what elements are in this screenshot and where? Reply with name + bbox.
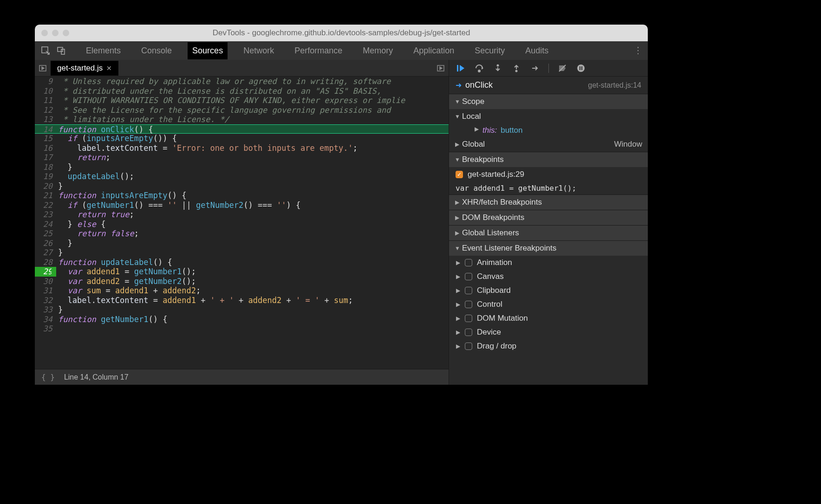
line-number[interactable]: 15 — [35, 134, 56, 143]
checkbox-checked-icon[interactable]: ✓ — [456, 171, 463, 178]
line-number[interactable]: 19 — [35, 172, 56, 181]
checkbox-empty-icon[interactable] — [465, 259, 472, 266]
event-category-item[interactable]: ▶Animation — [449, 256, 648, 270]
code-line[interactable]: 10 * distributed under the License is di… — [35, 86, 449, 96]
dom-breakpoints-header[interactable]: ▶DOM Breakpoints — [449, 210, 648, 225]
code-line[interactable]: 23 return true; — [35, 210, 449, 220]
code-line[interactable]: 33} — [35, 305, 449, 315]
scope-this-row[interactable]: ▶this: button — [449, 124, 648, 137]
line-number[interactable]: 26 — [35, 239, 56, 248]
scope-header[interactable]: ▼Scope — [449, 94, 648, 109]
line-number[interactable]: 17 — [35, 153, 56, 162]
checkbox-empty-icon[interactable] — [465, 287, 472, 294]
tab-network[interactable]: Network — [239, 42, 279, 59]
breakpoints-header[interactable]: ▼Breakpoints — [449, 152, 648, 167]
deactivate-breakpoints-icon[interactable] — [557, 63, 567, 73]
close-dot[interactable] — [41, 30, 48, 36]
line-number[interactable]: 21 — [35, 191, 56, 200]
code-line[interactable]: 34function getNumber1() { — [35, 315, 449, 324]
code-line[interactable]: 20} — [35, 181, 449, 191]
checkbox-empty-icon[interactable] — [465, 273, 472, 280]
checkbox-empty-icon[interactable] — [465, 329, 472, 336]
checkbox-empty-icon[interactable] — [465, 301, 472, 308]
code-line[interactable]: 27} — [35, 248, 449, 258]
global-listeners-header[interactable]: ▶Global Listeners — [449, 226, 648, 240]
close-icon[interactable]: ✕ — [106, 65, 112, 72]
tab-sources[interactable]: Sources — [188, 42, 228, 59]
step-icon[interactable] — [530, 63, 540, 73]
code-line[interactable]: 18 } — [35, 162, 449, 172]
device-toggle-icon[interactable] — [55, 45, 67, 57]
code-editor[interactable]: 9 * Unless required by applicable law or… — [35, 77, 449, 369]
window-titlebar[interactable]: DevTools - googlechrome.github.io/devtoo… — [35, 25, 648, 41]
step-out-icon[interactable] — [511, 63, 521, 73]
code-line[interactable]: 11 * WITHOUT WARRANTIES OR CONDITIONS OF… — [35, 96, 449, 105]
code-line[interactable]: 28function updateLabel() { — [35, 258, 449, 267]
checkbox-empty-icon[interactable] — [465, 315, 472, 322]
file-tab-get-started[interactable]: get-started.js ✕ — [51, 61, 118, 76]
line-number[interactable]: 20 — [35, 181, 56, 191]
zoom-dot[interactable] — [63, 30, 69, 36]
line-number[interactable]: 31 — [35, 286, 56, 296]
tab-application[interactable]: Application — [409, 42, 459, 59]
line-number[interactable]: 35 — [35, 324, 56, 334]
line-number[interactable]: 32 — [35, 296, 56, 305]
code-line[interactable]: 25 return false; — [35, 229, 449, 239]
show-navigator-icon[interactable] — [35, 65, 51, 72]
code-line[interactable]: 17 return; — [35, 153, 449, 162]
code-line[interactable]: 29 var addend1 = getNumber1(); — [35, 267, 449, 277]
pretty-print-icon[interactable]: { } — [41, 373, 55, 381]
code-line[interactable]: 26 } — [35, 239, 449, 248]
pause-exceptions-icon[interactable] — [576, 63, 586, 73]
code-line[interactable]: 32 label.textContent = addend1 + ' + ' +… — [35, 296, 449, 305]
code-line[interactable]: 31 var sum = addend1 + addend2; — [35, 286, 449, 296]
line-number[interactable]: 24 — [35, 220, 56, 229]
line-number[interactable]: 23 — [35, 210, 56, 220]
event-category-item[interactable]: ▶Drag / drop — [449, 339, 648, 353]
event-category-item[interactable]: ▶Canvas — [449, 270, 648, 284]
code-line[interactable]: 15 if (inputsAreEmpty()) { — [35, 134, 449, 143]
line-number[interactable]: 18 — [35, 162, 56, 172]
event-category-item[interactable]: ▶Clipboard — [449, 284, 648, 297]
breakpoint-gutter[interactable]: 29 — [35, 267, 56, 277]
code-line[interactable]: 19 updateLabel(); — [35, 172, 449, 181]
line-number[interactable]: 11 — [35, 96, 56, 105]
line-number[interactable]: 33 — [35, 305, 56, 315]
step-into-icon[interactable] — [493, 63, 503, 73]
code-line[interactable]: 30 var addend2 = getNumber2(); — [35, 277, 449, 286]
line-number[interactable]: 12 — [35, 105, 56, 115]
tab-performance[interactable]: Performance — [290, 42, 347, 59]
tab-security[interactable]: Security — [470, 42, 509, 59]
code-line[interactable]: 21function inputsAreEmpty() { — [35, 191, 449, 200]
tab-elements[interactable]: Elements — [81, 42, 125, 59]
tab-memory[interactable]: Memory — [358, 42, 397, 59]
tab-console[interactable]: Console — [137, 42, 176, 59]
line-number[interactable]: 28 — [35, 258, 56, 267]
event-category-item[interactable]: ▶Control — [449, 297, 648, 311]
line-number[interactable]: 9 — [35, 77, 56, 86]
scope-local-header[interactable]: ▼Local — [449, 109, 648, 124]
call-stack-frame[interactable]: ➜ onClick get-started.js:14 — [449, 77, 648, 94]
event-category-item[interactable]: ▶DOM Mutation — [449, 311, 648, 325]
line-number[interactable]: 27 — [35, 248, 56, 258]
code-line[interactable]: 13 * limitations under the License. */ — [35, 115, 449, 124]
line-number[interactable]: 30 — [35, 277, 56, 286]
minimize-dot[interactable] — [52, 30, 59, 36]
code-line[interactable]: 24 } else { — [35, 220, 449, 229]
code-line[interactable]: 35 — [35, 324, 449, 334]
breakpoint-item[interactable]: ✓ get-started.js:29 — [449, 167, 648, 182]
step-over-icon[interactable] — [474, 63, 484, 73]
line-number[interactable]: 34 — [35, 315, 56, 324]
code-line[interactable]: 22 if (getNumber1() === '' || getNumber2… — [35, 200, 449, 210]
xhr-breakpoints-header[interactable]: ▶XHR/fetch Breakpoints — [449, 195, 648, 210]
resume-icon[interactable] — [456, 63, 466, 73]
tab-audits[interactable]: Audits — [521, 42, 553, 59]
event-category-item[interactable]: ▶Device — [449, 325, 648, 339]
code-line[interactable]: 16 label.textContent = 'Error: one or bo… — [35, 143, 449, 153]
line-number[interactable]: 14 — [35, 125, 56, 134]
kebab-menu-icon[interactable]: ⋯ — [633, 46, 644, 55]
inspect-icon[interactable] — [39, 45, 52, 57]
code-line[interactable]: 14function onClick() { — [35, 124, 449, 134]
show-debugger-icon[interactable] — [433, 65, 449, 72]
line-number[interactable]: 10 — [35, 86, 56, 96]
